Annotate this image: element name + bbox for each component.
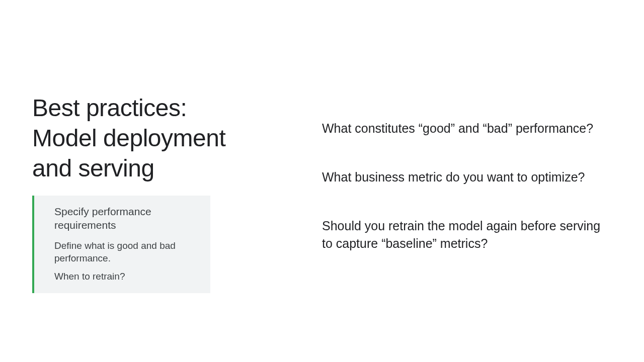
slide-title: Best practices: Model deployment and ser… [32,93,242,184]
callout-body-1: Define what is good and bad performance. [54,239,196,265]
question-2: What business metric do you want to opti… [322,168,609,186]
callout-box: Specify performance requirements Define … [32,196,210,293]
slide-container: Best practices: Model deployment and ser… [0,0,644,362]
right-column: What constitutes “good” and “bad” perfor… [242,0,644,362]
left-column: Best practices: Model deployment and ser… [0,0,242,362]
title-line-2: Model deployment and serving [32,125,225,182]
title-line-1: Best practices: [32,95,187,121]
question-1: What constitutes “good” and “bad” perfor… [322,120,609,137]
question-3: Should you retrain the model again befor… [322,217,609,252]
callout-body-2: When to retrain? [54,270,196,283]
callout-heading: Specify performance requirements [54,205,196,232]
